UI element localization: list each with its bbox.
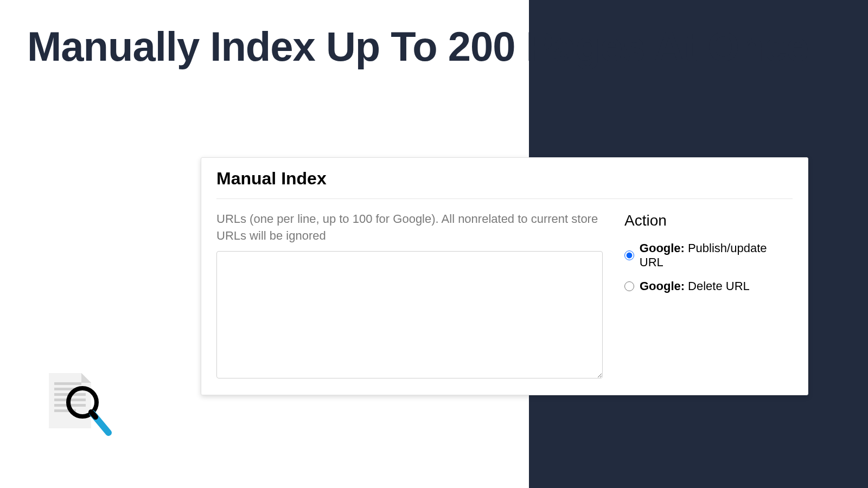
- url-instructions: URLs (one per line, up to 100 for Google…: [216, 211, 603, 245]
- page-headline: Manually Index Up To 200 Pages At Once: [27, 22, 808, 71]
- action-heading: Action: [624, 212, 793, 229]
- card-divider: [216, 198, 793, 199]
- document-search-icon: [43, 369, 119, 445]
- radio-publish-input[interactable]: [624, 251, 634, 260]
- manual-index-card: Manual Index URLs (one per line, up to 1…: [201, 157, 808, 395]
- svg-line-9: [91, 412, 95, 417]
- radio-option-publish[interactable]: Google:Publish/update URL: [624, 241, 793, 269]
- radio-delete-input[interactable]: [624, 281, 634, 291]
- url-textarea[interactable]: [216, 251, 603, 378]
- radio-delete-bold: Google:: [640, 279, 685, 293]
- radio-publish-bold: Google:: [640, 241, 685, 255]
- url-input-section: URLs (one per line, up to 100 for Google…: [216, 211, 603, 381]
- action-section: Action Google:Publish/update URL Google:…: [624, 211, 793, 381]
- radio-option-delete[interactable]: Google:Delete URL: [624, 279, 793, 293]
- radio-delete-text: Delete URL: [688, 279, 750, 293]
- card-title: Manual Index: [216, 169, 793, 198]
- svg-rect-0: [54, 382, 81, 385]
- card-body: URLs (one per line, up to 100 for Google…: [216, 211, 793, 381]
